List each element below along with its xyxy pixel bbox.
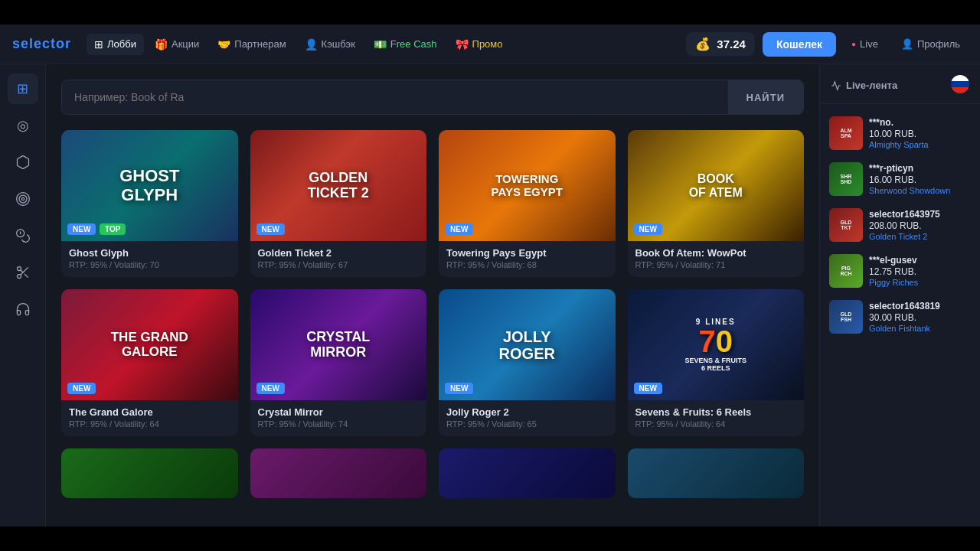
svg-line-7 — [24, 274, 28, 278]
game-title-text-ghost: GHOSTGLYPH — [113, 161, 185, 210]
game-card-partial-3[interactable] — [439, 448, 616, 498]
game-title-text-golden: GOLDENTICKET 2 — [302, 165, 375, 207]
live-info-0: ***no. 10.00 RUB. Almighty Sparta — [869, 117, 971, 149]
live-amount-4: 30.00 RUB. — [869, 312, 971, 323]
game-thumb-galore: THE GRANDGALORE NEW — [61, 289, 238, 400]
live-amount-2: 208.00 RUB. — [869, 220, 971, 231]
live-thumb-2: GLDTKT — [829, 208, 863, 242]
nav-right: 💰 37.24 Кошелек ● Live 👤 Профиль — [686, 32, 968, 57]
live-item-1[interactable]: SHRSHD ***r-pticyn 16.00 RUB. Sherwood S… — [820, 156, 980, 202]
profile-label: Профиль — [917, 38, 960, 50]
main-layout: ⊞ ◎ — [0, 64, 980, 527]
live-item-2[interactable]: GLDTKT selector1643975 208.00 RUB. Golde… — [820, 202, 980, 248]
logo[interactable]: selector — [12, 36, 71, 52]
live-amount-1: 16.00 RUB. — [869, 174, 971, 185]
game-info-atem: Book Of Atem: WowPot RTP: 95% / Volatili… — [628, 241, 805, 277]
live-user-4: selector1643819 — [869, 301, 971, 311]
nav-free-cash[interactable]: 💵 Free Cash — [366, 34, 445, 55]
live-user-0: ***no. — [869, 117, 971, 128]
game-thumb-towering: TOWERINGPAYS EGYPT NEW — [439, 130, 616, 241]
svg-point-5 — [17, 275, 21, 279]
live-game-0: Almighty Sparta — [869, 140, 971, 149]
nav-free-cash-label: Free Cash — [390, 38, 437, 50]
flag-container — [951, 75, 969, 96]
live-button[interactable]: ● Live — [844, 34, 886, 54]
game-card-partial-2[interactable] — [250, 448, 427, 498]
game-card-partial-4[interactable] — [628, 448, 805, 498]
game-title-atem: Book Of Atem: WowPot — [635, 247, 797, 259]
game-title-jolly: Jolly Roger 2 — [446, 406, 608, 418]
live-panel-title: Live-лента — [846, 80, 897, 91]
live-label: Live — [860, 38, 878, 50]
profile-button[interactable]: 👤 Профиль — [893, 34, 968, 54]
svg-point-1 — [19, 195, 27, 203]
search-bar: НАЙТИ — [61, 80, 804, 115]
balance-display: 💰 37.24 — [686, 32, 755, 56]
search-input[interactable] — [62, 80, 728, 114]
game-card-partial-1[interactable] — [61, 448, 238, 498]
nav-lobby[interactable]: ⊞ Лобби — [87, 34, 144, 55]
game-card-sevens[interactable]: 9 LINES 70 SEVENS & FRUITS 6 REELS NEW S… — [628, 289, 805, 436]
nav-promotions-label: Акции — [172, 38, 199, 50]
live-item-0[interactable]: ALMSPA ***no. 10.00 RUB. Almighty Sparta — [820, 110, 980, 156]
live-item-4[interactable]: GLDFSH selector1643819 30.00 RUB. Golden… — [820, 294, 980, 340]
game-thumb-jolly: JOLLYROGER NEW — [439, 289, 616, 400]
game-title-text-galore: THE GRANDGALORE — [105, 324, 194, 365]
game-title-ghost: Ghost Glyph — [69, 247, 230, 259]
sidebar-icon-target[interactable] — [8, 184, 38, 214]
live-panel: Live-лента ALMSPA ***no. 10.00 RUB. Almi… — [819, 64, 980, 527]
live-user-3: ***el-gusev — [869, 255, 971, 266]
game-grid-row3 — [61, 448, 804, 498]
game-card-galore[interactable]: THE GRANDGALORE NEW The Grand Galore RTP… — [61, 289, 238, 436]
nav-promo[interactable]: 🎀 Промо — [448, 34, 511, 55]
game-card-golden-ticket[interactable]: GOLDENTICKET 2 NEW Golden Ticket 2 RTP: … — [250, 130, 427, 277]
sidebar-icon-settings[interactable]: ◎ — [8, 110, 38, 141]
game-card-crystal[interactable]: CRYSTALMIRROR NEW Crystal Mirror RTP: 95… — [250, 289, 427, 436]
sidebar-icon-support[interactable] — [8, 294, 38, 324]
chart-icon — [831, 80, 841, 91]
russian-flag — [951, 75, 969, 93]
game-card-ghost-glyph[interactable]: GHOSTGLYPH NEW TOP Ghost Glyph RTP: 95% … — [61, 130, 238, 277]
svg-line-8 — [20, 270, 22, 272]
game-rtp-golden: RTP: 95% / Volatility: 67 — [258, 260, 420, 269]
game-rtp-crystal: RTP: 95% / Volatility: 74 — [258, 419, 420, 429]
badge-new-galore: NEW — [67, 383, 96, 394]
nav-promotions[interactable]: 🎁 Акции — [147, 34, 207, 55]
sidebar-icon-cube[interactable] — [8, 147, 38, 178]
game-title-crystal: Crystal Mirror — [258, 406, 420, 418]
game-rtp-jolly: RTP: 95% / Volatility: 65 — [446, 419, 608, 429]
game-info-golden: Golden Ticket 2 RTP: 95% / Volatility: 6… — [250, 241, 427, 277]
sidebar-icon-coins[interactable] — [8, 220, 38, 251]
game-thumb-ghost-glyph: GHOSTGLYPH NEW TOP — [61, 130, 238, 241]
game-card-jolly[interactable]: JOLLYROGER NEW Jolly Roger 2 RTP: 95% / … — [439, 289, 616, 436]
live-amount-0: 10.00 RUB. — [869, 129, 971, 139]
game-rtp-atem: RTP: 95% / Volatility: 71 — [635, 260, 797, 269]
nav-cashback[interactable]: 👤 Кэшбэк — [297, 34, 363, 55]
game-thumb-crystal: CRYSTALMIRROR NEW — [250, 289, 427, 400]
live-game-1: Sherwood Showdown — [869, 186, 971, 195]
nav-promo-label: Промо — [472, 38, 503, 50]
nav-partners[interactable]: 🤝 Партнерам — [210, 34, 293, 55]
game-card-atem[interactable]: BOOKOF ATEM NEW Book Of Atem: WowPot RTP… — [628, 130, 805, 277]
wallet-button[interactable]: Кошелек — [763, 32, 836, 57]
badge-new-atem: NEW — [634, 223, 662, 235]
logo-s: s — [12, 36, 21, 51]
nav-partners-label: Партнерам — [234, 38, 286, 50]
search-button[interactable]: НАЙТИ — [728, 80, 803, 114]
badge-new-sevens: NEW — [634, 383, 662, 394]
live-user-2: selector1643975 — [869, 209, 971, 220]
game-info-ghost: Ghost Glyph RTP: 95% / Volatility: 70 — [61, 241, 238, 277]
live-info-4: selector1643819 30.00 RUB. Golden Fishta… — [869, 301, 971, 333]
game-card-towering[interactable]: TOWERINGPAYS EGYPT NEW Towering Pays Egy… — [439, 130, 616, 277]
game-rtp-towering: RTP: 95% / Volatility: 68 — [446, 260, 608, 269]
game-info-jolly: Jolly Roger 2 RTP: 95% / Volatility: 65 — [439, 400, 616, 436]
game-grid-row1: GHOSTGLYPH NEW TOP Ghost Glyph RTP: 95% … — [61, 130, 804, 277]
svg-point-0 — [16, 193, 29, 206]
sidebar-icon-scissors[interactable] — [8, 257, 38, 288]
sidebar-icon-grid[interactable]: ⊞ — [8, 73, 38, 104]
live-item-3[interactable]: PIGRCH ***el-gusev 12.75 RUB. Piggy Rich… — [820, 248, 980, 294]
game-title-galore: The Grand Galore — [69, 406, 230, 418]
game-title-text-towering: TOWERINGPAYS EGYPT — [485, 167, 569, 204]
live-feed: ALMSPA ***no. 10.00 RUB. Almighty Sparta… — [820, 104, 980, 527]
svg-point-4 — [17, 267, 21, 271]
